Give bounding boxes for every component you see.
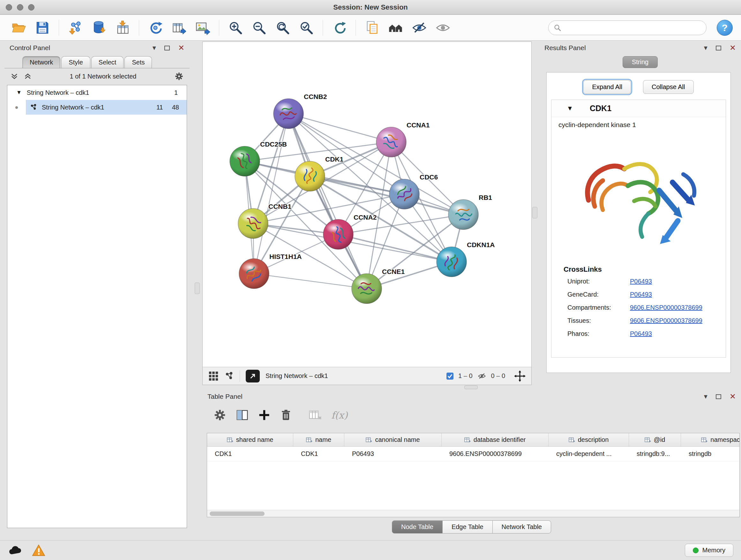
expand-all-icon[interactable] (23, 72, 32, 80)
birdseye-view-button[interactable] (246, 370, 260, 382)
selected-nodes-icon[interactable] (446, 372, 454, 380)
table-cell[interactable]: P06493 (344, 450, 442, 457)
copy-document-button[interactable] (361, 17, 383, 38)
zoom-selected-button[interactable] (296, 17, 317, 38)
show-columns-icon[interactable] (235, 408, 249, 422)
table-cell[interactable]: cyclin-dependent ... (549, 450, 629, 457)
horizontal-splitter[interactable] (464, 385, 478, 389)
zoom-fit-button[interactable] (272, 17, 293, 38)
tab-network[interactable]: Network (22, 56, 60, 68)
import-table-button[interactable] (112, 17, 133, 38)
collapse-all-icon[interactable] (10, 72, 18, 80)
table-settings-gear-icon[interactable] (213, 408, 226, 422)
tab-sets[interactable]: Sets (125, 56, 152, 68)
tab-style[interactable]: Style (61, 56, 90, 68)
network-graph[interactable]: CCNB2CCNA1CDC25BCDK1CDC6RB1CCNB1CCNA2CDK… (203, 42, 531, 367)
close-window-button[interactable] (6, 4, 12, 10)
column-header-shared-name[interactable]: shared name (207, 433, 293, 446)
crosslink-link[interactable]: 9606.ENSP00000378699 (630, 304, 702, 311)
save-session-button[interactable] (32, 17, 53, 38)
export-network-button[interactable] (169, 17, 190, 38)
tab-node-table[interactable]: Node Table (392, 520, 443, 534)
crosslink-link[interactable]: P06493 (630, 291, 652, 298)
table-cell[interactable]: 9606.ENSP00000378699 (442, 450, 549, 457)
panel-menu-icon[interactable]: ▾ (152, 44, 156, 51)
network-node-CCNE1[interactable] (352, 273, 382, 304)
expand-all-button[interactable]: Expand All (583, 80, 631, 94)
cloud-icon[interactable] (8, 544, 22, 557)
network-node-CDKN1A[interactable] (436, 247, 467, 277)
add-column-icon[interactable] (258, 409, 271, 422)
horizontal-scrollbar[interactable] (207, 510, 739, 517)
panel-menu-icon[interactable]: ▾ (704, 393, 708, 400)
network-node-CCNB2[interactable] (273, 99, 304, 129)
delete-icon[interactable] (280, 408, 292, 422)
zoom-in-button[interactable] (225, 17, 246, 38)
network-node-CDC6[interactable] (389, 179, 419, 209)
first-neighbors-button[interactable] (385, 17, 406, 38)
zoom-out-button[interactable] (249, 17, 270, 38)
network-canvas[interactable]: CCNB2CCNA1CDC25BCDK1CDC6RB1CCNB1CCNA2CDK… (203, 42, 531, 367)
table-row[interactable]: CDK1CDK1P064939606.ENSP00000378699cyclin… (207, 447, 739, 461)
tab-edge-table[interactable]: Edge Table (442, 520, 493, 534)
network-node-CDK1[interactable] (295, 161, 325, 191)
refresh-view-button[interactable] (329, 17, 350, 38)
network-collection-row[interactable]: ▼ String Network – cdk1 1 (7, 85, 187, 100)
close-panel-icon[interactable]: ✕ (730, 44, 736, 52)
panel-menu-icon[interactable]: ▾ (704, 44, 708, 51)
tree-caret-icon[interactable]: ▼ (16, 89, 22, 96)
network-node-CCNA1[interactable] (376, 127, 406, 157)
share-view-icon[interactable] (224, 371, 234, 381)
network-node-RB1[interactable] (448, 199, 478, 230)
crosslink-link[interactable]: P06493 (630, 278, 652, 285)
column-header-namespace[interactable]: namespace (681, 433, 740, 446)
table-cell[interactable]: stringdb:9... (629, 450, 681, 457)
search-input[interactable] (564, 24, 701, 31)
vertical-splitter-left[interactable] (195, 283, 200, 294)
float-panel-icon[interactable] (164, 46, 170, 51)
minimize-window-button[interactable] (17, 4, 23, 10)
close-panel-icon[interactable]: ✕ (178, 44, 185, 52)
collapse-all-button[interactable]: Collapse All (643, 80, 694, 94)
table-cell[interactable]: CDK1 (207, 450, 293, 457)
toolbar-search[interactable] (548, 20, 706, 35)
table-cell[interactable]: stringdb (681, 450, 740, 457)
help-button[interactable]: ? (717, 20, 733, 36)
tab-network-table[interactable]: Network Table (492, 520, 551, 534)
network-node-CCNA2[interactable] (323, 219, 353, 249)
column-header-canonical-name[interactable]: canonical name (344, 433, 442, 446)
grid-view-icon[interactable] (208, 371, 219, 381)
zoom-window-button[interactable] (28, 4, 35, 10)
hidden-edges-icon[interactable] (477, 372, 487, 380)
export-image-button[interactable] (192, 17, 213, 38)
gear-icon[interactable] (174, 71, 184, 81)
column-header--id[interactable]: @id (629, 433, 681, 446)
section-caret-icon[interactable]: ▼ (567, 105, 573, 112)
network-from-selection-button[interactable] (145, 17, 166, 38)
column-header-name[interactable]: name (293, 433, 344, 446)
column-header-database-identifier[interactable]: database identifier (442, 433, 549, 446)
network-node-CDC25B[interactable] (230, 146, 260, 176)
float-panel-icon[interactable] (716, 46, 721, 51)
close-panel-icon[interactable]: ✕ (730, 393, 736, 400)
string-tab-badge[interactable]: String (623, 56, 658, 68)
pan-crosshair-icon[interactable] (514, 370, 526, 382)
import-network-database-button[interactable] (88, 17, 110, 38)
tab-select[interactable]: Select (91, 56, 124, 68)
scrollbar-thumb[interactable] (210, 511, 265, 516)
table-cell[interactable]: CDK1 (293, 450, 344, 457)
vertical-splitter-right[interactable] (532, 207, 537, 219)
memory-button[interactable]: Memory (685, 544, 733, 557)
hide-selected-button[interactable] (409, 17, 430, 38)
import-network-file-button[interactable] (65, 17, 86, 38)
crosslink-link[interactable]: 9606.ENSP00000378699 (630, 317, 702, 324)
column-header-description[interactable]: description (549, 433, 629, 446)
crosslink-link[interactable]: P06493 (630, 330, 652, 337)
show-all-button[interactable] (432, 17, 454, 38)
network-row-selected[interactable]: ● String Network – cdk1 11 48 (7, 100, 187, 115)
network-node-HIST1H1A[interactable] (239, 259, 269, 289)
warning-icon[interactable] (32, 544, 45, 557)
float-panel-icon[interactable] (716, 394, 721, 399)
network-node-CCNB1[interactable] (238, 208, 268, 239)
open-session-button[interactable] (8, 17, 29, 38)
